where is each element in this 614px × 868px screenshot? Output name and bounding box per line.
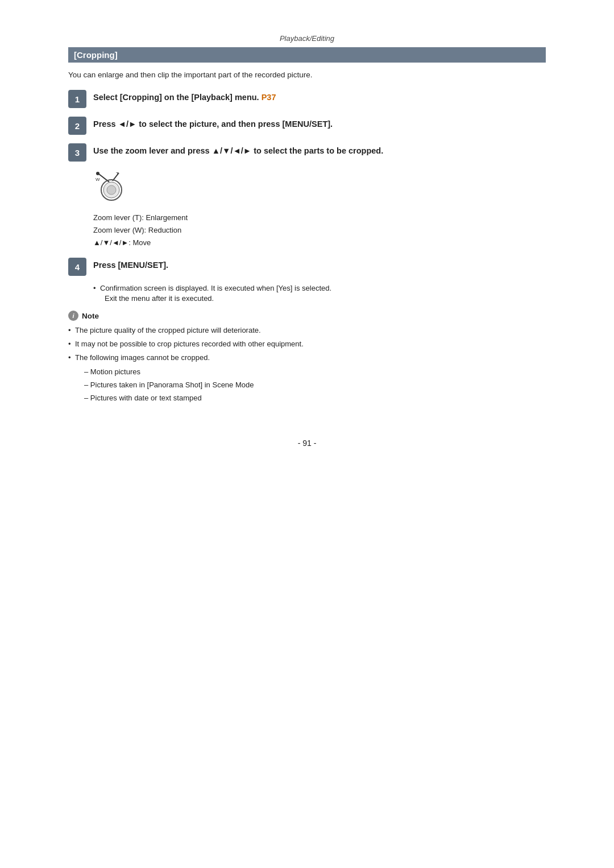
note-header: i Note: [68, 311, 546, 321]
page-number: - 91 -: [68, 439, 546, 448]
step-3-text: Use the zoom lever and press ▲/▼/◄/► to …: [93, 143, 383, 158]
step-1: 1 Select [Cropping] on the [Playback] me…: [68, 89, 546, 108]
step-4-bullet-2: Exit the menu after it is executed.: [93, 294, 546, 303]
step-4-bullets: Confirmation screen is displayed. It is …: [93, 284, 546, 303]
note-item-1: The picture quality of the cropped pictu…: [68, 324, 546, 337]
svg-text:T: T: [116, 171, 119, 176]
note-items: The picture quality of the cropped pictu…: [68, 324, 546, 404]
note-section: i Note The picture quality of the croppe…: [68, 311, 546, 404]
step-1-link: P37: [262, 93, 276, 102]
svg-text:W: W: [96, 177, 100, 182]
step-number-2: 2: [68, 117, 86, 135]
note-sub-3: – Pictures with date or text stamped: [68, 392, 546, 404]
step-4-text: Press [MENU/SET].: [93, 257, 168, 272]
zoom-lever-line1: Zoom lever (T): Enlargement: [93, 212, 546, 224]
page-header: Playback/Editing: [68, 34, 546, 43]
note-label: Note: [82, 312, 99, 320]
section-title-bar: [Cropping]: [68, 47, 546, 63]
step-2: 2 Press ◄/► to select the picture, and t…: [68, 116, 546, 135]
svg-point-7: [107, 185, 116, 195]
svg-point-2: [96, 172, 99, 175]
step-2-text: Press ◄/► to select the picture, and the…: [93, 116, 333, 131]
intro-text: You can enlarge and then clip the import…: [68, 71, 546, 79]
step-4-bullet-1: Confirmation screen is displayed. It is …: [93, 284, 546, 292]
zoom-lever-diagram: W T: [93, 170, 546, 208]
step-1-text: Select [Cropping] on the [Playback] menu…: [93, 89, 276, 104]
step-4: 4 Press [MENU/SET].: [68, 257, 546, 276]
note-item-3: The following images cannot be cropped.: [68, 352, 546, 364]
header-label: Playback/Editing: [280, 34, 334, 43]
step-number-3: 3: [68, 143, 86, 162]
note-icon: i: [68, 311, 78, 321]
step-3: 3 Use the zoom lever and press ▲/▼/◄/► t…: [68, 143, 546, 162]
zoom-lever-svg: W T: [93, 170, 144, 206]
note-item-2: It may not be possible to crop pictures …: [68, 338, 546, 350]
note-sub-2: – Pictures taken in [Panorama Shot] in S…: [68, 379, 546, 391]
zoom-lever-line3: ▲/▼/◄/►: Move: [93, 237, 546, 249]
step-number-4: 4: [68, 258, 86, 276]
zoom-lever-desc: Zoom lever (T): Enlargement Zoom lever (…: [93, 212, 546, 249]
page-container: Playback/Editing [Cropping] You can enla…: [0, 0, 614, 868]
zoom-lever-line2: Zoom lever (W): Reduction: [93, 224, 546, 237]
section-title: [Cropping]: [74, 50, 118, 60]
step-number-1: 1: [68, 90, 86, 108]
note-sub-1: – Motion pictures: [68, 366, 546, 378]
